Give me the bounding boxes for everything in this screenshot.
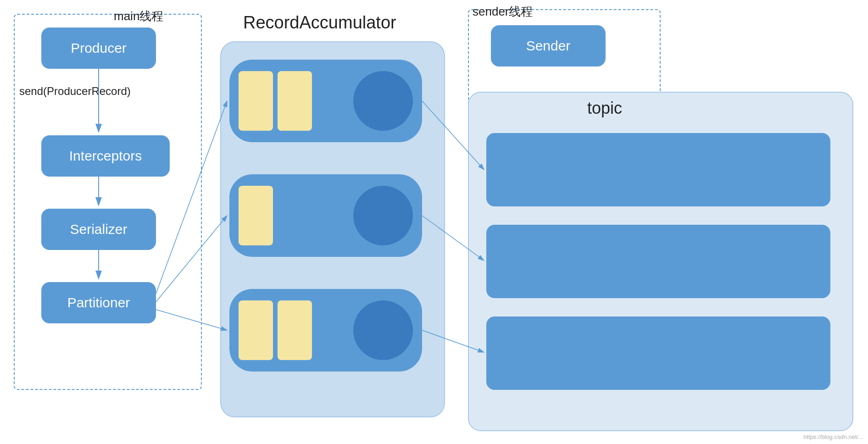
record-cell [278, 71, 312, 131]
record-cell [278, 300, 312, 360]
partition-1 [486, 133, 830, 206]
watermark: https://blog.csdn.net/... [803, 433, 863, 440]
deque-circle [353, 71, 413, 131]
deque-2 [229, 174, 422, 257]
partition-2 [486, 225, 830, 298]
deque-1 [229, 60, 422, 142]
main-thread-label: main线程 [114, 8, 163, 24]
send-label: send(ProducerRecord) [19, 85, 131, 98]
deque-circle [353, 186, 413, 245]
record-cell [239, 300, 273, 360]
record-cell [239, 186, 273, 245]
main-thread-box [14, 14, 202, 390]
partition-3 [486, 316, 830, 390]
diagram-container: main线程 sender线程 topic RecordAccumulator … [0, 0, 868, 444]
record-accumulator-label: RecordAccumulator [243, 13, 396, 33]
sender-thread-label: sender线程 [473, 4, 533, 20]
sender-box: Sender [491, 25, 606, 67]
producer-box: Producer [41, 28, 156, 69]
interceptors-box: Interceptors [41, 135, 170, 177]
partitioner-box: Partitioner [41, 282, 156, 323]
deque-circle [353, 300, 413, 360]
deque-3 [229, 289, 422, 372]
serializer-box: Serializer [41, 209, 156, 250]
record-cell [239, 71, 273, 131]
topic-label: topic [587, 99, 622, 118]
